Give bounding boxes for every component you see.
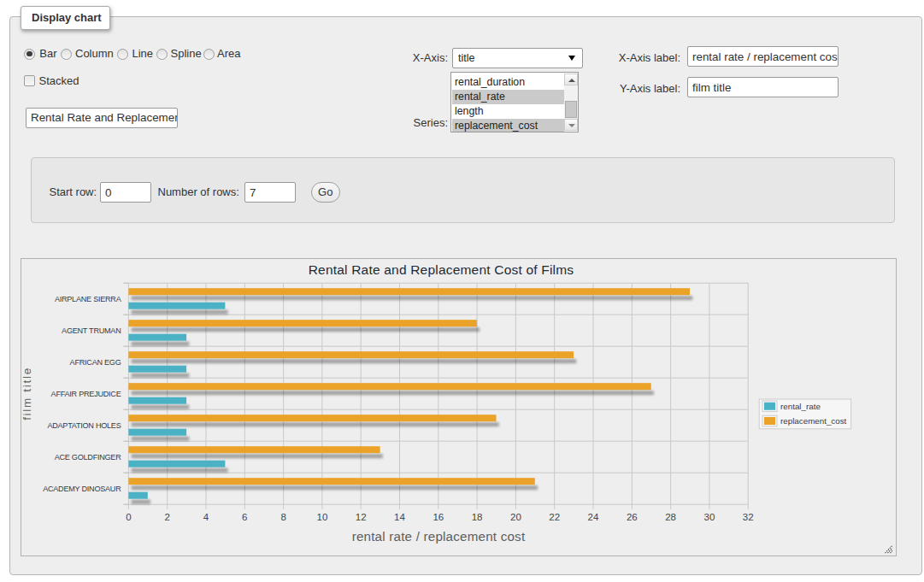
- svg-text:30: 30: [704, 512, 715, 522]
- svg-text:4: 4: [203, 512, 209, 522]
- svg-text:ACE GOLDFINGER: ACE GOLDFINGER: [55, 453, 122, 461]
- svg-text:rental rate / replacement cost: rental rate / replacement cost: [352, 529, 526, 544]
- svg-text:24: 24: [588, 512, 599, 522]
- svg-text:rental_rate: rental_rate: [780, 402, 821, 411]
- svg-text:AFFAIR PREJUDICE: AFFAIR PREJUDICE: [51, 390, 121, 398]
- svg-text:28: 28: [665, 512, 676, 522]
- svg-text:26: 26: [627, 512, 638, 522]
- svg-text:AGENT TRUMAN: AGENT TRUMAN: [62, 326, 121, 335]
- svg-text:2: 2: [164, 512, 169, 522]
- svg-text:film title: film title: [21, 367, 33, 420]
- svg-text:6: 6: [242, 512, 247, 522]
- svg-text:10: 10: [317, 512, 328, 522]
- svg-text:replacement_cost: replacement_cost: [780, 416, 847, 426]
- svg-text:AFRICAN EGG: AFRICAN EGG: [70, 358, 121, 367]
- svg-text:20: 20: [510, 512, 521, 522]
- svg-text:12: 12: [356, 512, 367, 522]
- svg-text:ADAPTATION HOLES: ADAPTATION HOLES: [47, 421, 121, 430]
- svg-text:8: 8: [280, 512, 285, 522]
- svg-text:32: 32: [743, 512, 754, 522]
- svg-text:22: 22: [549, 512, 560, 522]
- svg-text:Rental Rate and Replacement Co: Rental Rate and Replacement Cost of Film…: [309, 262, 574, 277]
- svg-text:0: 0: [126, 512, 131, 522]
- svg-text:ACADEMY DINOSAUR: ACADEMY DINOSAUR: [43, 485, 121, 493]
- svg-text:18: 18: [472, 512, 483, 522]
- svg-text:16: 16: [433, 512, 444, 522]
- svg-text:14: 14: [394, 512, 405, 522]
- svg-text:AIRPLANE SIERRA: AIRPLANE SIERRA: [55, 295, 122, 303]
